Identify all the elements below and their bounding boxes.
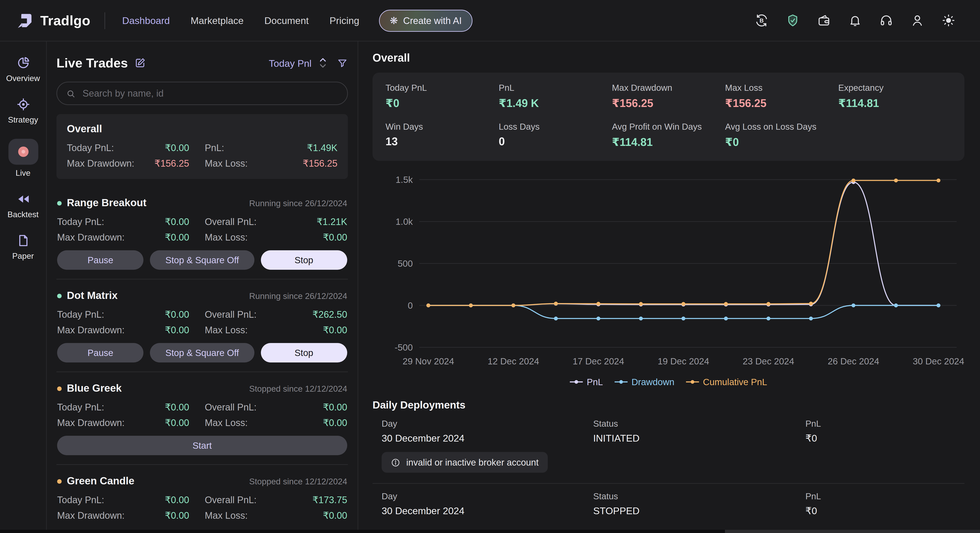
deployment-divider — [372, 483, 964, 484]
create-with-ai-label: Create with AI — [403, 15, 462, 26]
stat-value: ₹1.49K — [307, 143, 337, 153]
sidebar-item-backtest[interactable]: Backtest — [2, 192, 44, 219]
horizontal-scrollbar[interactable] — [0, 530, 980, 533]
stat-value: ₹0.00 — [165, 417, 189, 428]
svg-text:12 Dec 2024: 12 Dec 2024 — [488, 356, 539, 366]
stat-label: Overall PnL: — [205, 309, 256, 320]
sidebar-item-strategy[interactable]: Strategy — [2, 97, 44, 124]
stat-expectancy: Expectancy ₹114.81 — [838, 83, 951, 110]
stat-value: ₹0.00 — [165, 309, 189, 320]
legend-item-drawdown[interactable]: Drawdown — [615, 377, 674, 387]
sidebar: Overview Strategy — [0, 41, 47, 533]
deployment-pnl-cell: PnL ₹0 — [805, 419, 955, 444]
stat-label: Max Drawdown: — [57, 325, 125, 335]
stat-avg-loss-loss-days: Avg Loss on Loss Days ₹0 — [725, 122, 838, 149]
deployment-day-cell: Day 30 December 2024 — [382, 492, 593, 517]
stat-value: ₹0.00 — [323, 402, 347, 412]
sidebar-item-paper[interactable]: Paper — [2, 233, 44, 261]
theme-sun-icon[interactable] — [942, 14, 955, 27]
stat-value: ₹0.00 — [323, 232, 347, 243]
app-window: Tradlgo Dashboard Marketplace Document P… — [0, 0, 980, 533]
svg-text:19 Dec 2024: 19 Dec 2024 — [658, 356, 709, 366]
stat-label: Max Drawdown: — [57, 417, 125, 428]
search-box[interactable] — [56, 82, 348, 105]
pause-button[interactable]: Pause — [57, 250, 144, 270]
stat-max-drawdown: Max Drawdown ₹156.25 — [612, 83, 725, 110]
stat-value: ₹0.00 — [323, 325, 347, 335]
deployment-row: Day 30 December 2024 Status STOPPED PnL … — [372, 492, 964, 517]
nav-item-document[interactable]: Document — [264, 15, 309, 26]
sidebar-label-paper: Paper — [12, 252, 34, 261]
top-icon-row: B — [755, 14, 955, 27]
support-headset-icon[interactable] — [880, 14, 893, 27]
stat-label: Today PnL: — [57, 217, 104, 227]
stat-label: Max Loss: — [205, 325, 248, 335]
legend-marker-icon — [615, 379, 628, 385]
sidebar-item-live[interactable]: Live — [2, 139, 44, 178]
stat-label: Overall PnL: — [205, 217, 256, 227]
sidebar-label-strategy: Strategy — [8, 116, 38, 124]
stat-value: ₹0.00 — [165, 510, 189, 521]
status-dot — [57, 293, 62, 298]
deployment-status-cell: Status STOPPED — [593, 492, 805, 517]
create-with-ai-button[interactable]: ❋ Create with AI — [379, 10, 473, 32]
strategy-name: Range Breakout — [67, 197, 146, 209]
deployment-status-cell: Status INITIATED — [593, 419, 805, 444]
strategy-card-green-candle[interactable]: Green Candle Stopped since 12/12/2024 To… — [56, 464, 348, 530]
status-badge: STOPPED — [593, 505, 805, 516]
top-nav: Tradlgo Dashboard Marketplace Document P… — [0, 0, 980, 41]
stop-button[interactable]: Stop — [261, 343, 347, 362]
stat-label: Overall PnL: — [205, 495, 256, 505]
broker-sync-icon[interactable]: B — [755, 14, 768, 27]
stat-label: Max Drawdown: — [57, 510, 125, 521]
stat-today-pnl: Today PnL ₹0 — [385, 83, 499, 110]
nav-divider — [105, 12, 105, 29]
strategy-card-range-breakout[interactable]: Range Breakout Running since 26/12/2024 … — [56, 187, 348, 279]
svg-text:-500: -500 — [395, 343, 413, 352]
stat-label: Overall PnL: — [205, 402, 256, 412]
overall-summary-card[interactable]: Overall Today PnL: ₹0.00 PnL: ₹1.49K Max… — [56, 114, 348, 179]
svg-text:1.5k: 1.5k — [396, 174, 413, 185]
notification-bell-icon[interactable] — [848, 14, 862, 27]
stat-max-loss: Max Loss ₹156.25 — [725, 83, 838, 110]
wallet-icon[interactable] — [817, 14, 831, 27]
nav-item-marketplace[interactable]: Marketplace — [191, 15, 243, 26]
info-icon — [391, 458, 401, 467]
legend-item-cumulative-pnl[interactable]: Cumulative PnL — [686, 377, 767, 387]
search-input[interactable] — [81, 87, 338, 99]
stop-square-off-button[interactable]: Stop & Square Off — [150, 343, 254, 362]
sort-by-label[interactable]: Today Pnl — [269, 57, 312, 68]
nav-item-pricing[interactable]: Pricing — [329, 15, 360, 26]
legend-item-pnl[interactable]: PnL — [570, 377, 603, 387]
stat-label: Max Drawdown: — [67, 158, 134, 168]
strategy-name: Blue Greek — [67, 382, 122, 394]
stat-label: PnL: — [205, 143, 224, 153]
strategy-card-blue-greek[interactable]: Blue Greek Stopped since 12/12/2024 Toda… — [56, 371, 348, 464]
stop-square-off-button[interactable]: Stop & Square Off — [150, 250, 254, 270]
pnl-chart: 1.5k1.0k5000-50029 Nov 202412 Dec 202417… — [372, 166, 964, 389]
nav-item-dashboard[interactable]: Dashboard — [122, 15, 170, 26]
stat-value: ₹173.75 — [312, 495, 347, 505]
filter-icon[interactable] — [337, 57, 348, 68]
stat-pnl: PnL ₹1.49 K — [499, 83, 612, 110]
sidebar-label-backtest: Backtest — [8, 210, 39, 219]
stat-value: ₹156.25 — [303, 158, 337, 168]
stop-button[interactable]: Stop — [261, 250, 347, 270]
overall-stats-card: Today PnL ₹0 PnL ₹1.49 K Max Drawdown ₹1… — [372, 73, 964, 161]
sidebar-item-overview[interactable]: Overview — [2, 56, 44, 83]
scrollbar-thumb[interactable] — [0, 530, 725, 533]
live-trades-panel: Live Trades Today Pnl — [47, 41, 358, 533]
brand-logo[interactable]: Tradlgo — [16, 11, 91, 30]
strategy-card-dot-matrix[interactable]: Dot Matrix Running since 26/12/2024 Toda… — [56, 279, 348, 371]
stat-value: ₹0.00 — [165, 325, 189, 335]
sort-toggle-icon[interactable] — [318, 56, 328, 69]
stat-value: ₹0.00 — [323, 510, 347, 521]
profile-icon[interactable] — [910, 14, 924, 27]
edit-icon[interactable] — [134, 57, 146, 69]
deployment-row: Day 30 December 2024 Status INITIATED Pn… — [372, 419, 964, 444]
start-button[interactable]: Start — [57, 436, 347, 455]
stat-value: ₹0.00 — [165, 402, 189, 412]
pause-button[interactable]: Pause — [57, 343, 144, 362]
shield-verified-icon[interactable] — [786, 14, 800, 27]
stat-label: Max Drawdown: — [57, 232, 125, 243]
